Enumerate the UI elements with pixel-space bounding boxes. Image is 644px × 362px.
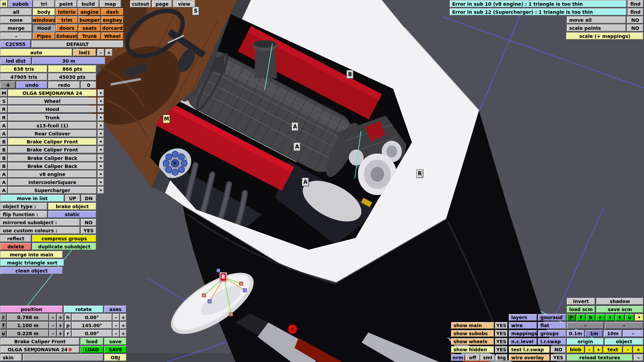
channel-f[interactable]: f bbox=[577, 314, 585, 321]
group-windows[interactable]: windows bbox=[33, 16, 55, 23]
text-button[interactable]: text bbox=[603, 346, 622, 353]
rot-r-value[interactable]: 0.00° bbox=[72, 330, 112, 337]
list-item-4[interactable]: s13-fcoil (1) bbox=[8, 122, 97, 129]
merge-into-main-button[interactable]: merge into main bbox=[0, 251, 63, 258]
list-dot-12[interactable]: • bbox=[98, 187, 104, 194]
group-dash[interactable]: dash bbox=[101, 8, 123, 15]
compress-groups-button[interactable]: compress groups bbox=[32, 235, 96, 242]
off-button[interactable]: off bbox=[466, 354, 480, 361]
shadow-button[interactable]: shadow bbox=[596, 298, 643, 305]
main-model-name[interactable]: OLGA SEMJONAVNA 24✱ bbox=[0, 346, 79, 353]
marker-b-2[interactable]: B bbox=[347, 70, 353, 78]
group-dorcard[interactable]: dorcard bbox=[101, 24, 123, 32]
rot-h-plus[interactable]: + bbox=[120, 314, 126, 321]
grid-1m-button[interactable]: 1m bbox=[585, 330, 603, 337]
mirrored-subobject-value[interactable]: NO bbox=[81, 219, 96, 226]
group-seats[interactable]: seats bbox=[78, 24, 101, 32]
rotate-header[interactable]: rotate bbox=[64, 306, 103, 313]
list-dot-2[interactable]: • bbox=[98, 106, 104, 113]
load-main-button[interactable]: LOAD bbox=[80, 346, 103, 353]
wire-overlay-value[interactable]: YES bbox=[551, 354, 566, 361]
lod-dist-value[interactable]: 30 m bbox=[32, 57, 105, 64]
channel-r[interactable]: r bbox=[596, 314, 605, 321]
groups-button[interactable]: groups bbox=[538, 330, 566, 337]
move-in-list[interactable]: move in list bbox=[0, 195, 64, 202]
menu-h[interactable]: H bbox=[0, 0, 8, 7]
show-wheels-value[interactable]: YES bbox=[495, 338, 507, 345]
group-trim[interactable]: trim bbox=[56, 16, 78, 23]
grid-minus-button[interactable]: – bbox=[623, 330, 643, 337]
marker-s-1[interactable]: S bbox=[193, 7, 199, 15]
dash-button-1[interactable]: – bbox=[567, 322, 604, 329]
list-dot-11[interactable]: • bbox=[98, 179, 104, 186]
show-main-label[interactable]: show main bbox=[451, 322, 494, 329]
group-pipes[interactable]: Pipes bbox=[33, 33, 55, 40]
skin-value[interactable] bbox=[23, 354, 103, 361]
object-button[interactable]: object bbox=[605, 338, 643, 345]
grid-10m-button[interactable]: 10m bbox=[604, 330, 622, 337]
rot-p-minus[interactable]: – bbox=[113, 322, 119, 329]
sml-button[interactable]: sml bbox=[481, 354, 495, 361]
menu-tri[interactable]: tri bbox=[33, 0, 55, 7]
list-item-3[interactable]: Trunk bbox=[8, 114, 97, 121]
list-item-12[interactable]: Supercharger bbox=[8, 187, 97, 194]
menu-cutout[interactable]: cutout bbox=[130, 0, 151, 7]
list-item-5[interactable]: Rear Coilover bbox=[8, 130, 97, 137]
group-wheel[interactable]: Wheel bbox=[101, 33, 123, 40]
group-bumper[interactable]: bumper bbox=[78, 16, 101, 23]
pos-f-value[interactable]: 1.100 m bbox=[7, 322, 49, 329]
wire-overlay-button[interactable]: wire overlay bbox=[509, 354, 550, 361]
save-main-button[interactable]: SAVE bbox=[104, 346, 126, 353]
pos-r-value[interactable]: 0.788 m bbox=[7, 314, 49, 321]
duplicate-subobject-button[interactable]: duplicate subobject bbox=[32, 243, 96, 250]
rot-p-plus[interactable]: + bbox=[120, 322, 126, 329]
list-item-6[interactable]: Brake Caliper Front bbox=[8, 138, 97, 145]
move-up-button[interactable]: UP bbox=[65, 195, 80, 202]
marker-b-7[interactable]: B bbox=[220, 273, 227, 282]
group-interio[interactable]: interio bbox=[56, 8, 78, 15]
show-subobs-label[interactable]: show subobs bbox=[451, 330, 494, 337]
group-trunk[interactable]: Trunk bbox=[78, 33, 101, 40]
channel-dot[interactable]: • bbox=[635, 314, 643, 321]
dash-button-2[interactable]: – bbox=[605, 322, 643, 329]
blob-plus[interactable]: + bbox=[594, 346, 602, 353]
object-type-value[interactable]: brake object bbox=[48, 203, 96, 210]
menu-view[interactable]: view bbox=[173, 0, 195, 7]
error-1-find-button[interactable]: find bbox=[628, 0, 643, 7]
text-minus[interactable]: – bbox=[623, 346, 632, 353]
skin-button[interactable]: skin bbox=[0, 354, 22, 361]
invert-button[interactable]: invert bbox=[567, 298, 595, 305]
big-button[interactable]: big bbox=[496, 354, 507, 361]
pos-r-minus[interactable]: – bbox=[49, 314, 56, 321]
list-item-2[interactable]: Hood bbox=[8, 106, 97, 113]
channel-l[interactable]: l bbox=[606, 314, 614, 321]
reflect-button[interactable]: reflect bbox=[0, 235, 31, 242]
group-engbay[interactable]: engbay bbox=[101, 16, 123, 23]
list-item-1[interactable]: Wheel bbox=[8, 98, 97, 105]
pos-f-plus[interactable]: + bbox=[57, 322, 64, 329]
list-dot-9[interactable]: • bbox=[98, 163, 104, 170]
pos-u-value[interactable]: 0.228 m bbox=[7, 330, 49, 337]
blob-minus[interactable]: – bbox=[585, 346, 593, 353]
menu-page[interactable]: page bbox=[152, 0, 172, 7]
lod-plus[interactable]: + bbox=[105, 49, 112, 56]
filter-minus[interactable]: – bbox=[0, 33, 32, 40]
menu-build[interactable]: build bbox=[77, 0, 99, 7]
grid-01m-button[interactable]: 0.1m bbox=[567, 330, 584, 337]
obj-export-button[interactable]: OBJ bbox=[104, 354, 126, 361]
marker-r-6[interactable]: R bbox=[417, 170, 423, 178]
marker-m-0[interactable]: M bbox=[163, 115, 170, 123]
list-dot-4[interactable]: • bbox=[98, 122, 104, 129]
list-dot-3[interactable]: • bbox=[98, 114, 104, 121]
list-item-7[interactable]: Brake Caliper Front bbox=[8, 146, 97, 153]
position-header[interactable]: position bbox=[0, 306, 63, 313]
group-exhaust[interactable]: Exhaust bbox=[56, 33, 78, 40]
list-dot-7[interactable]: • bbox=[98, 146, 104, 153]
magic-triangle-sort-button[interactable]: magic triangle sort bbox=[0, 259, 64, 266]
group-body[interactable]: body bbox=[33, 8, 55, 15]
rot-p-value[interactable]: 145.00° bbox=[72, 322, 112, 329]
scale-mappings-button[interactable]: scale (+ mappings) bbox=[566, 33, 643, 40]
blob-button[interactable]: blob bbox=[567, 346, 584, 353]
show-hidden-label[interactable]: show hidden bbox=[451, 346, 494, 353]
channel-u[interactable]: u bbox=[625, 314, 634, 321]
